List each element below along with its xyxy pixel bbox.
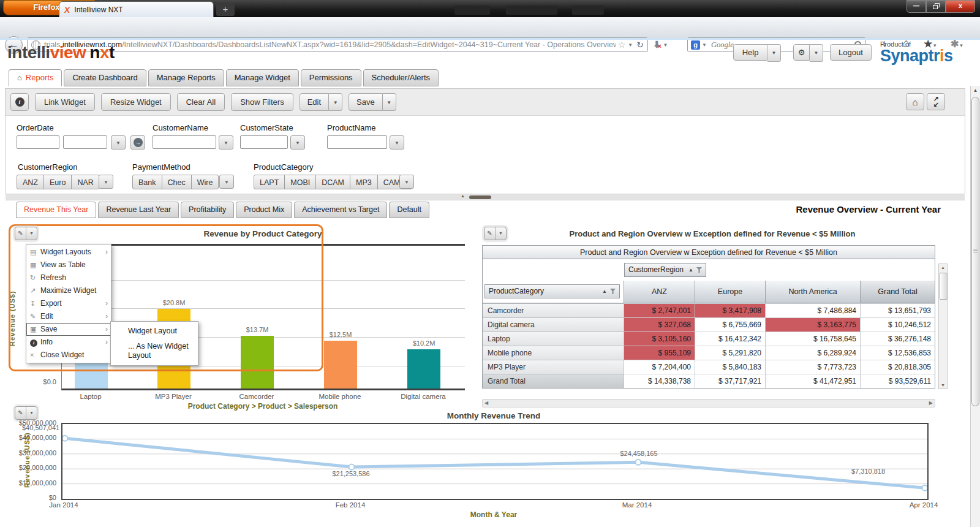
menu-item-view-as-table[interactable]: ▦View as Table (26, 259, 111, 271)
table-cell[interactable]: $ 14,338,738 (624, 374, 695, 388)
table-cell[interactable]: $ 20,818,305 (860, 360, 935, 374)
customerregion-dropdown[interactable]: ▼ (99, 175, 113, 189)
filter-option-lapt[interactable]: LAPT (254, 175, 285, 189)
table-cell[interactable]: $ 7,204,400 (624, 360, 695, 374)
scroll-down-icon[interactable]: ▼ (939, 383, 947, 387)
filter-option-mobi[interactable]: MOBI (284, 175, 316, 189)
submenu-item-widget-layout[interactable]: Widget Layout (111, 324, 198, 339)
sort-asc-icon[interactable]: ▲ (688, 264, 693, 276)
orderdate-dropdown[interactable]: ▼ (111, 135, 126, 150)
table-cell[interactable]: $ 13,651,793 (860, 303, 935, 317)
splitter-arrow-icon[interactable]: ▲ (461, 194, 465, 198)
table-cell[interactable]: $ 6,289,924 (765, 346, 860, 360)
menu-item-close-widget[interactable]: ×Close Widget (26, 349, 111, 362)
row-header-mobile-phone[interactable]: Mobile phone (483, 346, 624, 360)
column-header-europe[interactable]: Europe (695, 281, 765, 303)
search-engine-dropdown-icon[interactable]: ▼ (702, 42, 707, 48)
expand-button[interactable]: ↗↙ (927, 93, 945, 110)
scroll-right-icon[interactable]: ▶ (929, 400, 933, 406)
filter-option-bank[interactable]: Bank (132, 175, 162, 189)
table-cell[interactable]: $ 12,536,853 (860, 346, 935, 360)
splitter-handle[interactable] (469, 195, 491, 199)
widget-menu-dropdown-icon[interactable]: ▼ (26, 407, 37, 419)
bar-camcorder[interactable] (241, 336, 274, 389)
table-cell[interactable]: $ 16,412,342 (695, 332, 765, 346)
filter-option-wire[interactable]: Wire (191, 175, 219, 189)
dashboard-tab-product-mix[interactable]: Product Mix (236, 202, 292, 218)
customerstate-dropdown[interactable]: ▼ (290, 135, 305, 150)
help-dropdown-icon[interactable]: ▼ (767, 44, 781, 62)
submenu-item--as-new-widget-layout[interactable]: ... As New Widget Layout (111, 339, 198, 363)
row-header-digital-camera[interactable]: Digital camera (483, 317, 624, 332)
filter-option-dcam[interactable]: DCAM (315, 175, 350, 189)
gear-icon[interactable]: ⚙ (793, 44, 810, 61)
resize-widget-button[interactable]: Resize Widget (101, 93, 171, 111)
table-cell[interactable]: $ 7,486,884 (765, 303, 860, 317)
logout-button[interactable]: Logout (830, 44, 872, 61)
filter-option-mp3[interactable]: MP3 (350, 175, 378, 189)
edit-button[interactable]: Edit (300, 93, 329, 111)
customerstate-input[interactable] (240, 135, 288, 149)
row-header-camcorder[interactable]: Camcorder (483, 303, 624, 317)
save-dropdown-icon[interactable]: ▼ (383, 93, 396, 111)
table-vertical-scrollbar[interactable]: ▲ ▼ (938, 264, 948, 389)
table-cell[interactable]: $ 10,246,512 (860, 317, 935, 332)
table-cell[interactable]: $ 955,109 (624, 346, 695, 360)
column-header-north-america[interactable]: North America (765, 281, 860, 303)
link-widget-button[interactable]: Link Widget (35, 93, 95, 111)
table-cell[interactable]: $ 3,417,908 (695, 303, 765, 317)
reload-icon[interactable]: ↻ (636, 40, 644, 50)
table-cell[interactable]: $ 6,755,669 (695, 317, 765, 332)
url-dropdown-icon[interactable]: ▼ (628, 42, 633, 48)
bar-digital-camera[interactable] (407, 349, 440, 389)
orderdate-to-input[interactable] (63, 135, 107, 149)
menu-item-info[interactable]: iInfo› (26, 336, 111, 349)
scroll-up-icon[interactable]: ▲ (971, 88, 980, 93)
dashboard-tab-achievement-vs-target[interactable]: Achievement vs Target (294, 202, 387, 218)
dashboard-tab-revenue-last-year[interactable]: Revenue Last Year (98, 202, 179, 218)
edit-pencil-icon[interactable]: ✎ (15, 227, 26, 240)
dashboard-tab-profitability[interactable]: Profitability (181, 202, 234, 218)
widget-menu-dropdown-icon[interactable]: ▼ (26, 227, 37, 240)
filter-option-nar[interactable]: NAR (71, 175, 99, 189)
customername-dropdown[interactable]: ▼ (219, 135, 233, 150)
scroll-up-icon[interactable]: ▲ (939, 265, 947, 270)
help-button[interactable]: Help (733, 44, 767, 61)
menu-item-export[interactable]: ↧Export› (26, 297, 111, 310)
table-cell[interactable]: $ 7,773,723 (765, 360, 860, 374)
bar-drill-breadcrumb[interactable]: Product Category > Product > Salesperson (61, 402, 464, 411)
customername-input[interactable] (153, 135, 216, 149)
browser-tab[interactable]: X Intelliview NXT (59, 1, 214, 17)
nav-tab-permissions[interactable]: Permissions (301, 69, 361, 86)
menu-item-save[interactable]: ▣Save› (26, 323, 111, 336)
productname-dropdown[interactable]: ▼ (390, 135, 404, 150)
column-header-anz[interactable]: ANZ (624, 281, 695, 303)
table-cell[interactable]: $ 5,840,183 (695, 360, 765, 374)
nav-tab-scheduler-alerts[interactable]: Scheduler/Alerts (363, 69, 439, 86)
bar-mobile-phone[interactable] (324, 341, 357, 389)
restore-button[interactable] (926, 0, 946, 13)
filter-option-chec[interactable]: Chec (162, 175, 192, 189)
widget-menu-dropdown-icon[interactable]: ▼ (495, 227, 506, 240)
dashboard-tab-default[interactable]: Default (389, 202, 429, 218)
table-cell[interactable]: $ 41,472,951 (765, 374, 860, 388)
row-field-button[interactable]: ProductCategory ▲ (484, 284, 620, 298)
table-cell[interactable]: $ 3,105,160 (624, 332, 695, 346)
bar-widget-menu-button[interactable]: ✎ ▼ (15, 227, 37, 240)
filter-option-anz[interactable]: ANZ (17, 175, 44, 189)
row-header-mp3-player[interactable]: MP3 Player (483, 360, 624, 374)
dashboard-home-button[interactable]: ⌂ (906, 93, 924, 110)
bookmark-star-icon[interactable]: ☆ (618, 40, 626, 50)
nav-tab-create-dashboard[interactable]: Create Dashboard (64, 69, 146, 86)
table-cell[interactable]: $ 5,291,820 (695, 346, 765, 360)
productname-input[interactable] (327, 135, 387, 149)
table-cell[interactable]: $ 37,717,921 (695, 374, 765, 388)
filter-option-euro[interactable]: Euro (43, 175, 72, 189)
filter-funnel-icon[interactable] (610, 289, 616, 294)
pivot-field-button[interactable]: CustomerRegion ▲ (624, 263, 706, 277)
menu-item-edit[interactable]: ✎Edit› (26, 310, 111, 323)
close-button[interactable]: x (946, 0, 975, 13)
menu-item-refresh[interactable]: ↻Refresh (26, 271, 111, 284)
line-widget-menu-button[interactable]: ✎ ▼ (15, 406, 37, 420)
save-button[interactable]: Save (349, 93, 383, 111)
